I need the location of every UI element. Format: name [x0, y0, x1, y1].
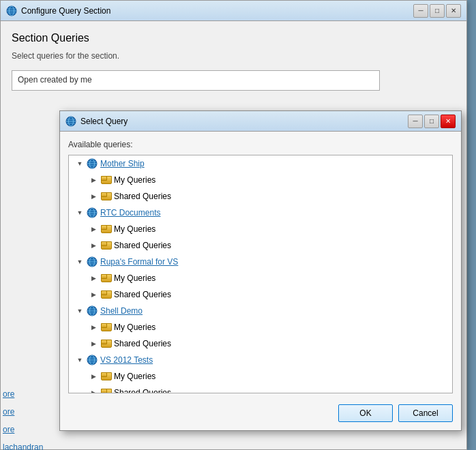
rtc-my-queries-folder-icon: [100, 224, 111, 235]
mother-ship-label: Mother Ship: [100, 159, 145, 168]
vs-label: VS 2012 Tests: [100, 355, 153, 365]
dialog-controls: ─ □ ✕: [408, 115, 456, 128]
rf-shared-queries-folder-icon: [100, 289, 111, 300]
rf-label: Rupa's Formal for VS: [100, 257, 178, 267]
ms-my-queries-label: My Queries: [114, 175, 155, 185]
rtc-icon: [87, 207, 98, 218]
bg-window-title: Configure Query Section: [21, 6, 409, 16]
query-input[interactable]: Open created by me: [12, 70, 380, 91]
bg-window-controls: ─ □ ✕: [413, 4, 461, 18]
sd-shared-queries-label: Shared Queries: [114, 339, 171, 348]
tree-node-shell-demo[interactable]: Shell Demo: [69, 303, 452, 319]
tree-node-sd-my-queries[interactable]: My Queries: [69, 319, 452, 335]
tree-node-mother-ship[interactable]: Mother Ship: [69, 155, 452, 172]
tree-node-vs-shared-queries[interactable]: Shared Queries: [69, 385, 452, 393]
tree-node-ms-my-queries[interactable]: My Queries: [69, 172, 452, 188]
rtc-shared-queries-folder-icon: [100, 240, 111, 251]
list-item-1[interactable]: ore: [0, 385, 46, 403]
ms-shared-queries-folder-icon: [100, 191, 111, 202]
ms-my-queries-expand-icon[interactable]: [88, 175, 99, 185]
rf-shared-queries-label: Shared Queries: [114, 290, 171, 299]
dialog-buttons-area: OK Cancel: [68, 402, 453, 422]
tree-node-rf-my-queries[interactable]: My Queries: [69, 270, 452, 286]
mother-ship-expand-icon[interactable]: [74, 158, 85, 169]
ok-button[interactable]: OK: [338, 404, 393, 422]
rf-shared-queries-expand-icon[interactable]: [88, 289, 99, 300]
rtc-my-queries-label: My Queries: [114, 224, 155, 234]
bg-window-heading: Section Queries: [12, 32, 456, 44]
tree-node-rtc-documents[interactable]: RTC Documents: [69, 205, 452, 221]
tree-node-rupas-formal[interactable]: Rupa's Formal for VS: [69, 254, 452, 270]
sd-my-queries-label: My Queries: [114, 322, 155, 332]
vs-my-queries-folder-icon: [100, 371, 111, 382]
bg-window-description: Select queries for the section.: [12, 51, 456, 61]
list-item-4[interactable]: lachandran: [0, 438, 46, 450]
rf-expand-icon[interactable]: [74, 256, 85, 267]
dialog-close-button[interactable]: ✕: [441, 115, 456, 128]
configure-title-icon: [6, 5, 17, 16]
sd-my-queries-expand-icon[interactable]: [88, 322, 99, 333]
dialog-restore-button[interactable]: □: [424, 115, 439, 128]
bg-minimize-button[interactable]: ─: [413, 4, 428, 18]
bg-window-body: Section Queries Select queries for the s…: [1, 21, 466, 102]
sd-icon: [87, 305, 98, 316]
cancel-button[interactable]: Cancel: [398, 404, 453, 422]
dialog-title: Select Query: [80, 117, 404, 126]
ms-shared-queries-expand-icon[interactable]: [88, 191, 99, 202]
tree-node-rtc-my-queries[interactable]: My Queries: [69, 221, 452, 237]
vs-shared-queries-label: Shared Queries: [114, 388, 171, 393]
sd-shared-queries-folder-icon: [100, 338, 111, 349]
list-item-3[interactable]: ore: [0, 421, 46, 438]
mother-ship-icon: [87, 158, 98, 169]
dialog-titlebar: Select Query ─ □ ✕: [60, 111, 461, 132]
vs-shared-queries-expand-icon[interactable]: [88, 387, 99, 393]
sd-expand-icon[interactable]: [74, 305, 85, 316]
list-item-2[interactable]: ore: [0, 403, 46, 421]
tree-node-ms-shared-queries[interactable]: Shared Queries: [69, 188, 452, 205]
sd-shared-queries-expand-icon[interactable]: [88, 338, 99, 349]
available-queries-label: Available queries:: [68, 140, 453, 149]
query-tree[interactable]: Mother Ship My Queries Shared Queries: [68, 155, 453, 393]
rf-my-queries-folder-icon: [100, 273, 111, 284]
rtc-label: RTC Documents: [100, 208, 160, 217]
ms-my-queries-folder-icon: [100, 175, 111, 185]
tree-node-vs-my-queries[interactable]: My Queries: [69, 368, 452, 385]
tree-node-sd-shared-queries[interactable]: Shared Queries: [69, 335, 452, 352]
vs-icon: [87, 355, 98, 365]
rf-icon: [87, 256, 98, 267]
dialog-title-icon: [65, 116, 76, 127]
vs-my-queries-expand-icon[interactable]: [88, 371, 99, 382]
sd-label: Shell Demo: [100, 306, 143, 316]
rtc-shared-queries-label: Shared Queries: [114, 241, 171, 250]
rf-my-queries-label: My Queries: [114, 273, 155, 283]
dialog-body: Available queries: Mother Ship: [60, 132, 461, 430]
rf-my-queries-expand-icon[interactable]: [88, 273, 99, 284]
tree-node-rtc-shared-queries[interactable]: Shared Queries: [69, 237, 452, 254]
dialog-minimize-button[interactable]: ─: [408, 115, 423, 128]
vs-expand-icon[interactable]: [74, 355, 85, 365]
select-query-dialog: Select Query ─ □ ✕ Available queries: Mo…: [59, 110, 462, 431]
bg-window-titlebar: Configure Query Section ─ □ ✕: [1, 1, 466, 21]
rtc-expand-icon[interactable]: [74, 207, 85, 218]
sd-my-queries-folder-icon: [100, 322, 111, 333]
tree-node-rf-shared-queries[interactable]: Shared Queries: [69, 286, 452, 303]
bg-close-button[interactable]: ✕: [446, 4, 461, 18]
bg-restore-button[interactable]: □: [430, 4, 445, 18]
bg-list-area: ore ore ore lachandran: [0, 385, 46, 450]
vs-my-queries-label: My Queries: [114, 372, 155, 381]
rtc-shared-queries-expand-icon[interactable]: [88, 240, 99, 251]
rtc-my-queries-expand-icon[interactable]: [88, 224, 99, 235]
tree-node-vs-2012-tests[interactable]: VS 2012 Tests: [69, 352, 452, 368]
vs-shared-queries-folder-icon: [100, 387, 111, 393]
ms-shared-queries-label: Shared Queries: [114, 192, 171, 201]
